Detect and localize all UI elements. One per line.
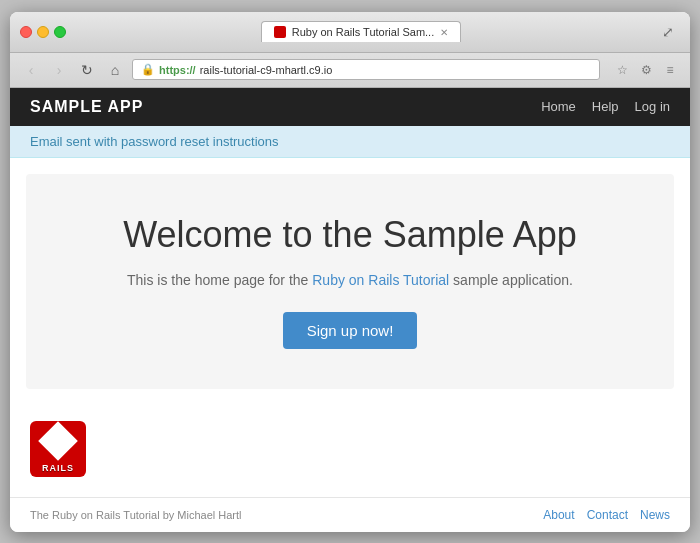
navbar-brand[interactable]: SAMPLE APP	[30, 98, 143, 116]
tab-close-icon[interactable]: ✕	[440, 27, 448, 38]
alert-message: Email sent with password reset instructi…	[30, 134, 279, 149]
hero-subtitle: This is the home page for the Ruby on Ra…	[46, 272, 654, 288]
footer-links: About Contact News	[543, 508, 670, 522]
protocol-text: https://	[159, 64, 196, 76]
hero-title: Welcome to the Sample App	[46, 214, 654, 256]
address-bar: ‹ › ↻ ⌂ 🔒 https:// rails-tutorial-c9-mha…	[10, 53, 690, 88]
browser-window: Ruby on Rails Tutorial Sam... ✕ ⤢ ‹ › ↻ …	[10, 12, 690, 532]
subtitle-prefix: This is the home page for the	[127, 272, 312, 288]
alert-banner: Email sent with password reset instructi…	[10, 126, 690, 158]
signup-button[interactable]: Sign up now!	[283, 312, 418, 349]
maximize-button[interactable]	[54, 26, 66, 38]
footer-about-link[interactable]: About	[543, 508, 574, 522]
rails-tutorial-link[interactable]: Ruby on Rails Tutorial	[312, 272, 449, 288]
bookmark-icon[interactable]: ☆	[612, 60, 632, 80]
rails-logo-text: RAILS	[42, 463, 74, 473]
menu-icon[interactable]: ≡	[660, 60, 680, 80]
nav-help-link[interactable]: Help	[592, 99, 619, 114]
https-indicator: 🔒	[141, 63, 155, 76]
rails-logo-area: RAILS	[10, 405, 690, 493]
tab-title: Ruby on Rails Tutorial Sam...	[292, 26, 434, 38]
back-button[interactable]: ‹	[20, 59, 42, 81]
settings-icon[interactable]: ⚙	[636, 60, 656, 80]
title-bar: Ruby on Rails Tutorial Sam... ✕ ⤢	[10, 12, 690, 53]
home-button[interactable]: ⌂	[104, 59, 126, 81]
footer-contact-link[interactable]: Contact	[587, 508, 628, 522]
subtitle-suffix: sample application.	[449, 272, 573, 288]
navbar: SAMPLE APP Home Help Log in	[10, 88, 690, 126]
tab-bar: Ruby on Rails Tutorial Sam... ✕	[124, 21, 598, 42]
navbar-links: Home Help Log in	[541, 99, 670, 114]
window-controls: ⤢	[656, 20, 680, 44]
hero-section: Welcome to the Sample App This is the ho…	[26, 174, 674, 389]
footer-copyright: The Ruby on Rails Tutorial by Michael Ha…	[30, 509, 242, 521]
traffic-lights	[20, 26, 66, 38]
close-button[interactable]	[20, 26, 32, 38]
forward-button[interactable]: ›	[48, 59, 70, 81]
tab-favicon	[274, 26, 286, 38]
rails-logo-diamond	[38, 421, 78, 461]
page-content: SAMPLE APP Home Help Log in Email sent w…	[10, 88, 690, 532]
browser-tab[interactable]: Ruby on Rails Tutorial Sam... ✕	[261, 21, 461, 42]
footer: The Ruby on Rails Tutorial by Michael Ha…	[10, 497, 690, 532]
rails-logo: RAILS	[30, 421, 86, 477]
address-icons: ☆ ⚙ ≡	[612, 60, 680, 80]
address-field[interactable]: 🔒 https:// rails-tutorial-c9-mhartl.c9.i…	[132, 59, 600, 80]
address-text: rails-tutorial-c9-mhartl.c9.io	[200, 64, 333, 76]
refresh-button[interactable]: ↻	[76, 59, 98, 81]
expand-icon[interactable]: ⤢	[656, 20, 680, 44]
minimize-button[interactable]	[37, 26, 49, 38]
nav-home-link[interactable]: Home	[541, 99, 576, 114]
footer-news-link[interactable]: News	[640, 508, 670, 522]
nav-login-link[interactable]: Log in	[635, 99, 670, 114]
